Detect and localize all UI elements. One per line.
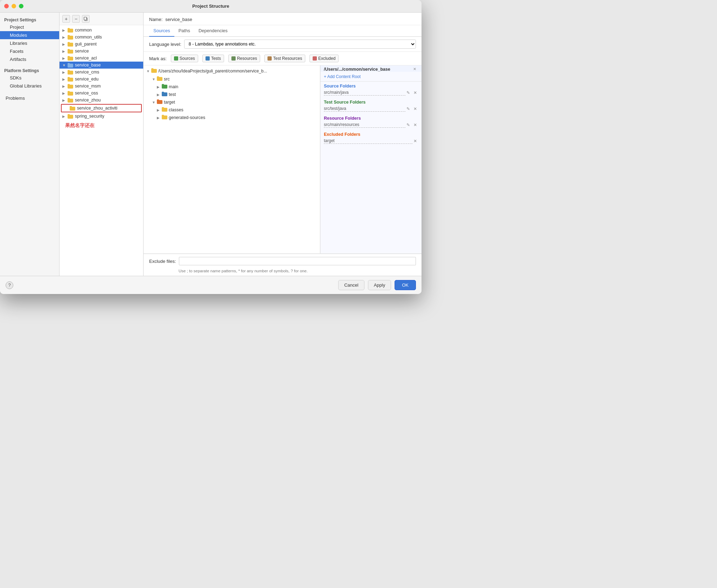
- sidebar-item-modules[interactable]: Modules: [0, 31, 59, 39]
- mark-tests-label: Tests: [211, 56, 221, 61]
- module-item-spring-security[interactable]: ▶ spring_security: [60, 113, 143, 120]
- exclude-files-input[interactable]: [179, 257, 416, 265]
- mark-sources-label: Sources: [180, 56, 195, 61]
- module-label: service: [75, 49, 89, 54]
- edit-source-folder-button[interactable]: ✎: [405, 90, 411, 96]
- sidebar-item-project[interactable]: Project: [0, 23, 59, 31]
- window-controls[interactable]: [4, 4, 23, 8]
- ok-button[interactable]: OK: [395, 280, 416, 290]
- mark-test-resources-button[interactable]: Test Resources: [264, 55, 305, 62]
- close-path-button[interactable]: ✕: [413, 67, 418, 72]
- remove-excluded-folder-button[interactable]: ✕: [412, 138, 418, 144]
- excluded-color-dot: [313, 56, 317, 61]
- remove-resource-folder-button[interactable]: ✕: [412, 122, 418, 128]
- maximize-button[interactable]: [19, 4, 23, 8]
- resource-folders-path-row: src/main/resources ✎ ✕: [320, 121, 422, 130]
- tests-color-dot: [206, 56, 210, 61]
- edit-test-folder-button[interactable]: ✎: [405, 106, 411, 112]
- module-item-guli-parent[interactable]: ▶ guli_parent: [60, 41, 143, 48]
- module-item-service-msm[interactable]: ▶ service_msm: [60, 83, 143, 90]
- edit-resource-folder-button[interactable]: ✎: [405, 122, 411, 128]
- tab-dependencies[interactable]: Dependencies: [194, 25, 232, 37]
- source-folders-path: src/main/java: [324, 90, 405, 96]
- module-toolbar: + −: [60, 13, 143, 25]
- bottom-right: Cancel Apply OK: [338, 280, 416, 290]
- folder-icon: [69, 106, 76, 111]
- module-item-service[interactable]: ▶ service: [60, 48, 143, 55]
- chevron-down-icon: ▼: [146, 69, 150, 73]
- folder-icon: [67, 70, 74, 75]
- exclude-files-label: Exclude files:: [149, 259, 176, 264]
- copy-module-button[interactable]: [82, 15, 90, 23]
- source-folders-path-row: src/main/java ✎ ✕: [320, 89, 422, 98]
- folder-label: test: [169, 92, 176, 97]
- chevron-right-icon: ▶: [62, 56, 67, 60]
- sources-color-dot: [174, 56, 178, 61]
- folder-src[interactable]: ▼ src: [144, 75, 320, 83]
- module-item-common[interactable]: ▶ common: [60, 27, 143, 34]
- language-level-select[interactable]: 8 - Lambdas, type annotations etc.: [184, 40, 416, 49]
- problems-section: Problems: [0, 94, 59, 102]
- folder-test[interactable]: ▶ test: [144, 91, 320, 98]
- folder-label: src: [164, 77, 170, 82]
- mark-resources-button[interactable]: Resources: [228, 55, 260, 62]
- module-item-service-base[interactable]: ▼ service_base: [60, 62, 143, 69]
- title-bar: Project Structure: [0, 0, 422, 13]
- remove-module-button[interactable]: −: [72, 15, 80, 23]
- folder-root-row[interactable]: ▼ /Users/zhou/IdeaProjects/guli_parent/c…: [144, 67, 320, 75]
- module-item-service-edu[interactable]: ▶ service_edu: [60, 76, 143, 83]
- module-item-service-zhou-activiti[interactable]: service_zhou_activiti: [61, 104, 142, 112]
- folder-tree-area: ▼ /Users/zhou/IdeaProjects/guli_parent/c…: [144, 65, 320, 253]
- add-module-button[interactable]: +: [62, 15, 70, 23]
- resources-color-dot: [231, 56, 236, 61]
- source-folders-actions: ✎ ✕: [405, 90, 418, 96]
- mark-excluded-button[interactable]: Excluded: [309, 55, 339, 62]
- folder-icon: [67, 35, 74, 40]
- module-item-common-utils[interactable]: ▶ common_utils: [60, 34, 143, 41]
- main-layout: Project Settings Project Modules Librari…: [0, 13, 422, 276]
- test-source-folders-actions: ✎ ✕: [405, 106, 418, 112]
- module-item-service-acl[interactable]: ▶ service_acl: [60, 55, 143, 62]
- sidebar-item-artifacts[interactable]: Artifacts: [0, 55, 59, 63]
- sidebar-item-global-libraries[interactable]: Global Libraries: [0, 82, 59, 90]
- help-button[interactable]: ?: [6, 281, 13, 289]
- sidebar-item-problems[interactable]: Problems: [0, 94, 59, 102]
- sidebar-item-facets[interactable]: Facets: [0, 47, 59, 55]
- mark-tests-button[interactable]: Tests: [202, 55, 224, 62]
- tab-sources[interactable]: Sources: [149, 25, 174, 37]
- tab-paths[interactable]: Paths: [174, 25, 194, 37]
- chevron-right-icon: ▶: [62, 49, 67, 53]
- folder-label: main: [169, 84, 178, 89]
- sidebar-item-libraries[interactable]: Libraries: [0, 39, 59, 47]
- module-item-service-cms[interactable]: ▶ service_cms: [60, 69, 143, 76]
- close-button[interactable]: [4, 4, 9, 8]
- module-item-service-oss[interactable]: ▶ service_oss: [60, 90, 143, 97]
- sidebar-item-sdks[interactable]: SDKs: [0, 74, 59, 82]
- module-label: service_oss: [75, 91, 98, 96]
- copy-icon: [84, 17, 88, 21]
- folder-icon: [67, 56, 74, 61]
- path-header-text: /Users/.../common/service_base: [324, 67, 390, 72]
- exclude-files-row: Exclude files:: [144, 254, 422, 268]
- add-content-root-row: + Add Content Root: [320, 72, 422, 82]
- module-label: spring_security: [75, 114, 104, 119]
- apply-button[interactable]: Apply: [368, 280, 391, 290]
- source-folders-label: Source Folders: [320, 82, 422, 89]
- folder-classes[interactable]: ▶ classes: [144, 106, 320, 114]
- tabs-row: Sources Paths Dependencies: [144, 25, 422, 37]
- folder-target[interactable]: ▼ target: [144, 98, 320, 106]
- cancel-button[interactable]: Cancel: [338, 280, 364, 290]
- folder-icon: [67, 63, 74, 68]
- folder-icon: [67, 114, 74, 119]
- minimize-button[interactable]: [12, 4, 16, 8]
- remove-test-folder-button[interactable]: ✕: [412, 106, 418, 112]
- folder-generated-sources[interactable]: ▶ generated-sources: [144, 114, 320, 121]
- chevron-right-icon: ▶: [62, 70, 67, 74]
- module-item-service-zhou[interactable]: ▶ service_zhou: [60, 97, 143, 104]
- folder-icon: [151, 68, 157, 74]
- remove-source-folder-button[interactable]: ✕: [412, 90, 418, 96]
- chevron-right-icon: ▶: [62, 98, 67, 102]
- mark-sources-button[interactable]: Sources: [171, 55, 198, 62]
- add-content-root-button[interactable]: + Add Content Root: [324, 74, 361, 79]
- folder-main[interactable]: ▶ main: [144, 83, 320, 91]
